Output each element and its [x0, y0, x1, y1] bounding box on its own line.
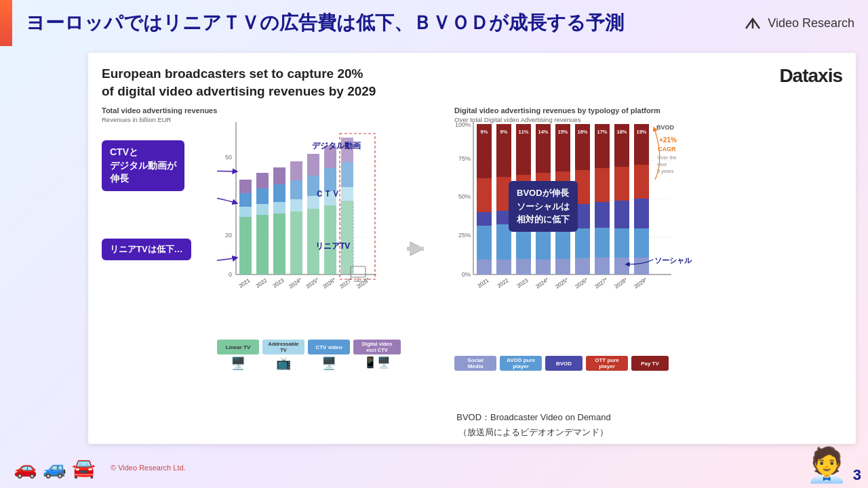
svg-text:2028*: 2028*: [613, 277, 628, 290]
svg-text:0: 0: [229, 271, 232, 278]
svg-rect-8: [239, 207, 252, 217]
bvod-def-line1: BVOD：Broadcaster Video on Demand: [456, 411, 610, 424]
svg-text:25%: 25%: [458, 232, 471, 239]
svg-rect-64: [477, 178, 492, 212]
svg-text:15%: 15%: [557, 129, 568, 135]
charts-row: Total video advertising revenues Revenue…: [102, 106, 842, 350]
svg-rect-7: [239, 217, 252, 274]
legend-avod: AVOD pureplayer: [500, 356, 542, 371]
header: ヨーロッパではリニアＴＶの広告費は低下、ＢＶＯＤが成長する予測 Video Re…: [0, 0, 868, 46]
car-icon-1: 🚗: [14, 457, 37, 479]
svg-rect-96: [575, 228, 590, 258]
left-chart-label: Total video advertising revenues: [102, 106, 387, 115]
svg-text:2025*: 2025*: [554, 277, 569, 290]
svg-rect-107: [614, 201, 629, 228]
svg-text:9%: 9%: [500, 129, 508, 135]
legend-ott: OTT pureplayer: [586, 356, 628, 371]
svg-rect-67: [477, 260, 492, 274]
left-legends: Linear TV 🖥️ AddressableTV 📺 CTV video 🖥…: [217, 340, 401, 371]
svg-rect-21: [290, 180, 302, 199]
svg-rect-103: [595, 258, 610, 274]
callout-linear-tv: リニアTVは低下…: [102, 239, 191, 260]
svg-text:2027*: 2027*: [338, 277, 353, 290]
svg-text:75%: 75%: [458, 155, 471, 162]
svg-rect-73: [496, 260, 511, 274]
svg-rect-101: [595, 202, 610, 228]
copyright-text: © Video Research Ltd.: [111, 464, 186, 472]
logo-text: Video Research: [768, 16, 854, 30]
svg-text:14%: 14%: [538, 129, 548, 135]
card-title: European broadcasters set to capture 20%…: [102, 65, 376, 100]
svg-text:リニアTV: リニアTV: [315, 241, 350, 251]
bvod-definition: BVOD：Broadcaster Video on Demand （放送局による…: [456, 409, 610, 439]
svg-text:ソーシャル: ソーシャル: [654, 256, 692, 264]
svg-rect-100: [595, 168, 610, 202]
svg-rect-102: [595, 228, 610, 258]
svg-rect-106: [614, 167, 629, 201]
main-card: European broadcasters set to capture 20%…: [88, 53, 856, 444]
svg-rect-9: [239, 193, 252, 207]
svg-text:17%: 17%: [597, 129, 607, 135]
svg-rect-27: [324, 205, 336, 274]
svg-text:CAGR: CAGR: [658, 146, 676, 152]
footer-figure: 🧑‍💼: [806, 445, 848, 485]
svg-rect-85: [536, 260, 551, 274]
svg-text:2027*: 2027*: [593, 277, 608, 290]
legend-digital-video: Digital videoexcl CTV 📱🖥️: [353, 340, 401, 371]
svg-text:+21%: +21%: [659, 136, 677, 144]
footer: 🚗 🚙 🚘 © Video Research Ltd. 🧑‍💼: [0, 447, 868, 488]
svg-rect-31: [341, 201, 353, 274]
svg-text:11%: 11%: [518, 129, 528, 135]
card-header: European broadcasters set to capture 20%…: [102, 65, 842, 100]
svg-text:2024*: 2024*: [288, 277, 302, 290]
arrow-connector: [407, 147, 434, 350]
svg-rect-109: [614, 258, 629, 274]
svg-rect-113: [634, 199, 649, 228]
svg-text:19%: 19%: [636, 129, 646, 135]
svg-rect-20: [290, 199, 302, 211]
svg-rect-66: [477, 226, 492, 260]
svg-text:18%: 18%: [616, 129, 627, 135]
svg-text:20: 20: [225, 232, 232, 239]
left-chart-svg: 0 20 50: [217, 119, 380, 298]
svg-rect-10: [239, 180, 252, 193]
svg-rect-114: [634, 228, 649, 258]
svg-rect-13: [256, 188, 269, 204]
svg-text:2021: 2021: [238, 277, 252, 289]
svg-text:2029*: 2029*: [633, 277, 648, 290]
footer-cars: 🚗 🚙 🚘: [14, 457, 96, 479]
svg-rect-79: [516, 259, 531, 274]
legend-social-media: SocialMedia: [454, 356, 496, 371]
legend-ctv-video: CTV video 🖥️: [308, 340, 350, 371]
logo-area: Video Research: [743, 15, 854, 31]
car-icon-2: 🚙: [43, 457, 66, 479]
svg-rect-14: [256, 173, 269, 188]
page-number: 3: [853, 466, 861, 484]
svg-rect-15: [273, 214, 285, 274]
car-icon-3: 🚘: [72, 457, 96, 479]
svg-rect-112: [634, 165, 649, 199]
svg-text:5 years: 5 years: [657, 168, 674, 174]
svg-text:16%: 16%: [577, 129, 587, 135]
dataxis-logo: Dataxis: [779, 65, 842, 87]
svg-text:2026*: 2026*: [321, 277, 336, 290]
header-accent: [0, 0, 12, 46]
svg-rect-33: [341, 162, 353, 187]
svg-text:100%: 100%: [455, 121, 471, 128]
svg-rect-90: [555, 228, 570, 259]
svg-rect-91: [555, 259, 570, 274]
svg-rect-65: [477, 212, 492, 226]
right-chart-section: Digital video advertising revenues by ty…: [454, 106, 739, 350]
svg-rect-97: [575, 258, 590, 274]
svg-text:2026*: 2026*: [574, 277, 589, 290]
svg-text:2023: 2023: [516, 277, 530, 289]
svg-text:2023: 2023: [272, 277, 285, 289]
svg-rect-84: [536, 227, 551, 260]
right-chart-label: Digital video advertising revenues by ty…: [454, 106, 739, 115]
page-title: ヨーロッパではリニアＴＶの広告費は低下、ＢＶＯＤが成長する予測: [26, 10, 743, 36]
svg-text:9%: 9%: [481, 129, 488, 135]
legend-pay-tv: Pay TV: [631, 356, 669, 371]
svg-text:2024*: 2024*: [534, 277, 549, 290]
svg-rect-17: [273, 184, 285, 202]
svg-text:デジタル動画: デジタル動画: [312, 141, 361, 150]
